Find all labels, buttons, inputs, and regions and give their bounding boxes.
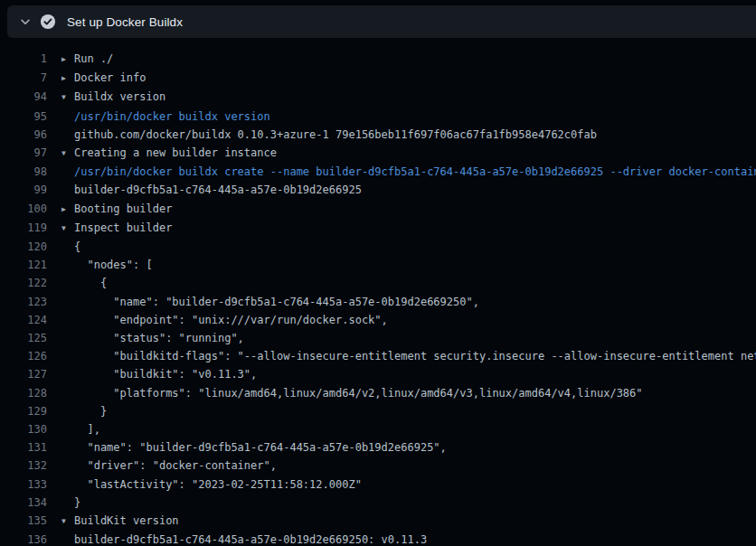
- triangle-down-icon[interactable]: ▼: [61, 220, 74, 238]
- log-line-text: "name": "builder-d9cfb5a1-c764-445a-a57e…: [61, 293, 479, 311]
- log-line-text: "lastActivity": "2023-02-25T11:58:12.000…: [61, 475, 362, 494]
- log-line-text[interactable]: ▶Booting builder: [61, 200, 172, 219]
- log-row: 96 github.com/docker/buildx 0.10.3+azure…: [0, 126, 756, 144]
- log-line-text: "buildkit": "v0.11.3",: [61, 365, 257, 383]
- triangle-right-icon[interactable]: ▶: [61, 51, 74, 69]
- line-number[interactable]: 119: [0, 219, 47, 238]
- triangle-right-icon[interactable]: ▶: [61, 201, 74, 219]
- log-row: 125 "status": "running",: [0, 329, 756, 347]
- line-number[interactable]: 135: [0, 512, 47, 531]
- line-number[interactable]: 97: [0, 144, 47, 163]
- log-line-text: ],: [61, 420, 100, 438]
- log-line-text: }: [61, 494, 80, 512]
- log-line-text: "driver": "docker-container",: [61, 457, 277, 475]
- triangle-down-icon[interactable]: ▼: [61, 89, 74, 107]
- step-header[interactable]: Set up Docker Buildx: [7, 5, 756, 38]
- log-output: 1 ▶Run ./ 7 ▶Docker info 94 ▼Buildx vers…: [0, 38, 756, 546]
- log-row: 126 "buildkitd-flags": "--allow-insecure…: [0, 347, 756, 365]
- step-title: Set up Docker Buildx: [67, 15, 183, 29]
- line-number[interactable]: 1: [0, 50, 47, 69]
- log-line-text: "nodes": [: [61, 256, 153, 274]
- log-row: 133 "lastActivity": "2023-02-25T11:58:12…: [0, 475, 756, 494]
- line-number[interactable]: 132: [0, 457, 47, 475]
- log-line-text: /usr/bin/docker buildx version: [61, 108, 270, 126]
- log-row[interactable]: 135 ▼BuildKit version: [0, 512, 756, 531]
- log-line-text: "platforms": "linux/amd64,linux/amd64/v2…: [61, 384, 643, 402]
- line-number[interactable]: 127: [0, 365, 47, 383]
- log-row[interactable]: 119 ▼Inspect builder: [0, 219, 756, 238]
- log-line-text[interactable]: ▼BuildKit version: [61, 512, 179, 531]
- log-line-text: "endpoint": "unix:///var/run/docker.sock…: [61, 311, 388, 329]
- log-line-text: builder-d9cfb5a1-c764-445a-a57e-0b19d2e6…: [61, 181, 362, 199]
- log-row: 128 "platforms": "linux/amd64,linux/amd6…: [0, 384, 756, 402]
- log-line-text: "name": "builder-d9cfb5a1-c764-445a-a57e…: [61, 438, 447, 457]
- check-circle-icon: [40, 14, 56, 30]
- log-row[interactable]: 97 ▼Creating a new builder instance: [0, 144, 756, 163]
- log-line-text: {: [61, 238, 80, 256]
- chevron-down-icon[interactable]: [18, 14, 33, 29]
- log-row: 99 builder-d9cfb5a1-c764-445a-a57e-0b19d…: [0, 181, 756, 199]
- log-line-text: }: [61, 402, 107, 420]
- log-row: 98 /usr/bin/docker buildx create --name …: [0, 163, 756, 181]
- log-row: 134 }: [0, 494, 756, 512]
- log-row[interactable]: 1 ▶Run ./: [0, 50, 756, 69]
- log-line-text: /usr/bin/docker buildx create --name bui…: [61, 163, 756, 181]
- log-line-text[interactable]: ▶Docker info: [61, 69, 146, 88]
- log-row: 132 "driver": "docker-container",: [0, 457, 756, 475]
- line-number[interactable]: 123: [0, 293, 47, 311]
- log-row: 127 "buildkit": "v0.11.3",: [0, 365, 756, 383]
- line-number[interactable]: 96: [0, 126, 47, 144]
- triangle-down-icon[interactable]: ▼: [61, 145, 74, 163]
- log-row: 121 "nodes": [: [0, 256, 756, 274]
- log-line-text: "buildkitd-flags": "--allow-insecure-ent…: [61, 347, 756, 365]
- triangle-right-icon[interactable]: ▶: [61, 70, 74, 88]
- log-row: 95 /usr/bin/docker buildx version: [0, 108, 756, 126]
- log-row: 129 }: [0, 402, 756, 420]
- log-line-text[interactable]: ▶Run ./: [61, 50, 113, 69]
- log-row: 130 ],: [0, 420, 756, 438]
- line-number[interactable]: 130: [0, 420, 47, 438]
- log-line-text[interactable]: ▼Inspect builder: [61, 219, 172, 238]
- line-number[interactable]: 122: [0, 274, 47, 292]
- log-line-text: "status": "running",: [61, 329, 244, 347]
- line-number[interactable]: 124: [0, 311, 47, 329]
- log-line-text: builder-d9cfb5a1-c764-445a-a57e-0b19d2e6…: [61, 531, 427, 546]
- line-number[interactable]: 126: [0, 347, 47, 365]
- line-number[interactable]: 134: [0, 494, 47, 512]
- log-row[interactable]: 94 ▼Buildx version: [0, 88, 756, 107]
- line-number[interactable]: 128: [0, 384, 47, 402]
- line-number[interactable]: 95: [0, 108, 47, 126]
- line-number[interactable]: 120: [0, 238, 47, 256]
- log-line-text[interactable]: ▼Creating a new builder instance: [61, 144, 277, 163]
- triangle-down-icon[interactable]: ▼: [61, 513, 74, 531]
- log-line-text: {: [61, 274, 107, 292]
- line-number[interactable]: 133: [0, 475, 47, 494]
- line-number[interactable]: 94: [0, 88, 47, 107]
- line-number[interactable]: 125: [0, 329, 47, 347]
- log-row: 136 builder-d9cfb5a1-c764-445a-a57e-0b19…: [0, 531, 756, 546]
- log-row[interactable]: 7 ▶Docker info: [0, 69, 756, 88]
- log-row: 123 "name": "builder-d9cfb5a1-c764-445a-…: [0, 293, 756, 311]
- line-number[interactable]: 99: [0, 181, 47, 199]
- log-row: 131 "name": "builder-d9cfb5a1-c764-445a-…: [0, 438, 756, 457]
- log-row[interactable]: 100 ▶Booting builder: [0, 200, 756, 219]
- line-number[interactable]: 100: [0, 200, 47, 219]
- log-row: 122 {: [0, 274, 756, 292]
- log-row: 124 "endpoint": "unix:///var/run/docker.…: [0, 311, 756, 329]
- line-number[interactable]: 129: [0, 402, 47, 420]
- line-number[interactable]: 121: [0, 256, 47, 274]
- line-number[interactable]: 98: [0, 163, 47, 181]
- line-number[interactable]: 131: [0, 438, 47, 457]
- log-line-text: github.com/docker/buildx 0.10.3+azure-1 …: [61, 126, 597, 144]
- line-number[interactable]: 136: [0, 531, 47, 546]
- log-row: 120 {: [0, 238, 756, 256]
- line-number[interactable]: 7: [0, 69, 47, 88]
- log-line-text[interactable]: ▼Buildx version: [61, 88, 165, 107]
